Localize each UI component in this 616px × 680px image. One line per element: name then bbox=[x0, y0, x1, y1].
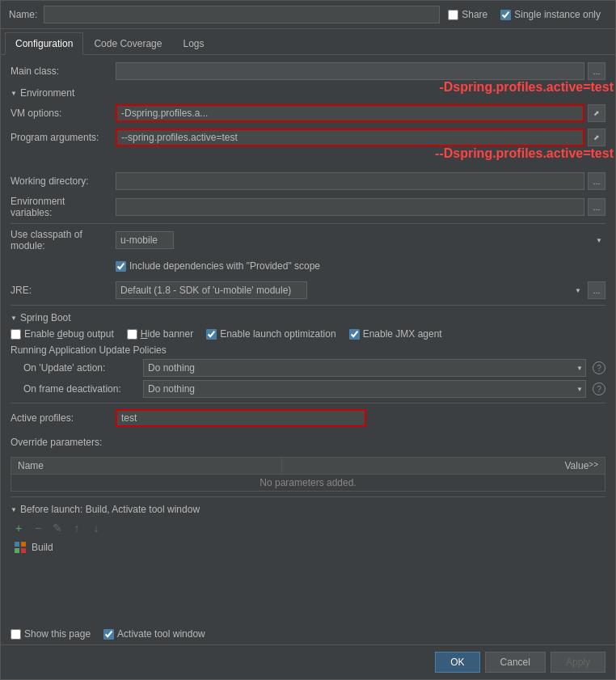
build-label: Build bbox=[32, 542, 53, 553]
program-args-expand-btn[interactable]: ⬈ bbox=[588, 129, 605, 146]
program-annotation: --Dspring.profiles.active=test bbox=[435, 146, 614, 161]
environment-triangle: ▼ bbox=[11, 90, 17, 97]
run-configuration-dialog: Name: Share Single instance only Configu… bbox=[0, 0, 616, 680]
active-profiles-input-wrap bbox=[116, 409, 605, 427]
spring-checkboxes: Enable debug output Hide banner Enable l… bbox=[11, 328, 605, 340]
enable-debug-checkbox[interactable] bbox=[11, 329, 21, 340]
jre-label: JRE: bbox=[11, 285, 116, 296]
divider-2 bbox=[11, 305, 605, 306]
override-params-label: Override parameters: bbox=[11, 437, 116, 448]
tab-configuration[interactable]: Configuration bbox=[5, 32, 83, 55]
env-vars-row: Environment variables: ... bbox=[11, 196, 605, 218]
active-profiles-label: Active profiles: bbox=[11, 412, 116, 424]
table-scroll-right[interactable]: >> bbox=[589, 460, 598, 469]
jre-select[interactable]: Default (1.8 - SDK of 'u-mobile' module) bbox=[116, 281, 307, 299]
build-item: Build bbox=[11, 539, 605, 555]
env-vars-input-wrap: ... bbox=[116, 198, 605, 216]
enable-debug-item: Enable debug output bbox=[11, 328, 114, 340]
show-page-option[interactable]: Show this page bbox=[11, 628, 91, 640]
main-class-label: Main class: bbox=[11, 65, 116, 77]
cancel-button[interactable]: Cancel bbox=[485, 652, 546, 673]
params-table-section: Name Value >> No parameters added. bbox=[11, 457, 605, 492]
program-args-input[interactable] bbox=[116, 129, 584, 146]
working-dir-row: Working directory: ... bbox=[11, 171, 605, 191]
env-vars-input[interactable] bbox=[116, 198, 584, 216]
include-deps-row: Include dependencies with "Provided" sco… bbox=[11, 256, 605, 276]
classpath-label: Use classpath of module: bbox=[11, 229, 116, 251]
tab-code-coverage[interactable]: Code Coverage bbox=[83, 32, 172, 54]
single-instance-option[interactable]: Single instance only bbox=[500, 9, 601, 20]
hide-banner-checkbox[interactable] bbox=[127, 329, 137, 340]
add-btn[interactable]: + bbox=[11, 520, 27, 536]
active-profiles-input[interactable] bbox=[116, 409, 366, 427]
main-class-input-wrap: ... bbox=[116, 62, 605, 80]
vm-options-expand-btn[interactable]: ⬈ bbox=[588, 104, 605, 122]
on-frame-help-icon[interactable]: ? bbox=[593, 382, 605, 395]
activate-tool-option[interactable]: Activate tool window bbox=[103, 628, 205, 640]
remove-btn[interactable]: − bbox=[30, 520, 46, 536]
active-profiles-row: Active profiles: bbox=[11, 408, 605, 428]
on-frame-select[interactable]: Do nothing bbox=[143, 380, 586, 398]
vm-options-row: VM options: ⬈ -Dspring.profiles.active=t… bbox=[11, 103, 605, 123]
dialog-buttons: OK Cancel Apply bbox=[1, 644, 615, 679]
enable-launch-label: Enable launch optimization bbox=[220, 328, 335, 340]
params-col-name: Name bbox=[11, 458, 282, 475]
jre-select-container: Default (1.8 - SDK of 'u-mobile' module) bbox=[116, 281, 584, 299]
vm-options-label: VM options: bbox=[11, 108, 116, 119]
tab-logs[interactable]: Logs bbox=[172, 32, 214, 54]
main-class-input[interactable] bbox=[116, 62, 584, 80]
activate-tool-checkbox[interactable] bbox=[103, 629, 114, 640]
program-args-row: Program arguments: ⬈ --Dspring.profiles.… bbox=[11, 128, 605, 147]
include-deps-checkbox[interactable] bbox=[116, 261, 126, 272]
environment-section-header[interactable]: ▼ Environment bbox=[11, 87, 605, 99]
spring-section: Enable debug output Hide banner Enable l… bbox=[11, 328, 605, 398]
share-checkbox[interactable] bbox=[448, 10, 458, 20]
before-launch-header[interactable]: ▼ Before launch: Build, Activate tool wi… bbox=[11, 504, 605, 515]
main-class-browse-btn[interactable]: ... bbox=[588, 62, 605, 80]
working-dir-input[interactable] bbox=[116, 172, 584, 190]
ok-button[interactable]: OK bbox=[435, 652, 479, 673]
build-icon bbox=[14, 541, 27, 554]
jre-select-wrap: Default (1.8 - SDK of 'u-mobile' module)… bbox=[116, 281, 605, 299]
share-option[interactable]: Share bbox=[448, 9, 487, 20]
edit-btn[interactable]: ✎ bbox=[49, 520, 65, 536]
move-down-btn[interactable]: ↓ bbox=[88, 520, 104, 536]
divider-3 bbox=[11, 403, 605, 403]
enable-jmx-item: Enable JMX agent bbox=[349, 328, 442, 340]
enable-launch-item: Enable launch optimization bbox=[206, 328, 335, 340]
on-frame-select-container: Do nothing bbox=[143, 380, 586, 398]
program-args-label: Program arguments: bbox=[11, 132, 116, 143]
apply-button[interactable]: Apply bbox=[551, 652, 605, 673]
classpath-select[interactable]: u-mobile bbox=[116, 231, 174, 249]
title-options: Share Single instance only bbox=[448, 9, 607, 20]
vm-options-input-wrap: ⬈ -Dspring.profiles.active=test bbox=[116, 104, 605, 122]
on-update-select[interactable]: Do nothing bbox=[143, 359, 586, 377]
enable-jmx-label: Enable JMX agent bbox=[363, 328, 442, 340]
params-empty-cell: No parameters added. bbox=[11, 475, 605, 492]
show-page-checkbox[interactable] bbox=[11, 629, 21, 640]
main-class-row: Main class: ... bbox=[11, 61, 605, 81]
on-frame-row: On frame deactivation: Do nothing ? bbox=[11, 380, 605, 398]
enable-launch-checkbox[interactable] bbox=[206, 329, 217, 340]
hide-banner-item: Hide banner bbox=[127, 328, 193, 340]
program-args-input-wrap: ⬈ --Dspring.profiles.active=test bbox=[116, 129, 605, 146]
divider-1 bbox=[11, 223, 605, 224]
name-input[interactable] bbox=[44, 6, 440, 23]
spring-boot-section-header[interactable]: ▼ Spring Boot bbox=[11, 312, 605, 323]
working-dir-browse-btn[interactable]: ... bbox=[588, 172, 605, 190]
on-update-label: On 'Update' action: bbox=[23, 362, 137, 374]
jre-browse-btn[interactable]: ... bbox=[588, 281, 605, 299]
env-vars-label: Environment variables: bbox=[11, 196, 116, 218]
env-vars-browse-btn[interactable]: ... bbox=[588, 198, 605, 216]
svg-rect-0 bbox=[15, 542, 19, 547]
on-update-help-icon[interactable]: ? bbox=[593, 361, 605, 374]
classpath-row: Use classpath of module: u-mobile bbox=[11, 229, 605, 251]
single-instance-checkbox[interactable] bbox=[500, 10, 511, 20]
vm-options-input[interactable] bbox=[116, 104, 584, 122]
move-up-btn[interactable]: ↑ bbox=[69, 520, 85, 536]
title-bar: Name: Share Single instance only bbox=[1, 1, 615, 29]
enable-jmx-checkbox[interactable] bbox=[349, 329, 360, 340]
spring-boot-triangle: ▼ bbox=[11, 315, 17, 322]
classpath-select-container: u-mobile bbox=[116, 231, 605, 249]
footer-checkboxes: Show this page Activate tool window bbox=[1, 628, 615, 644]
